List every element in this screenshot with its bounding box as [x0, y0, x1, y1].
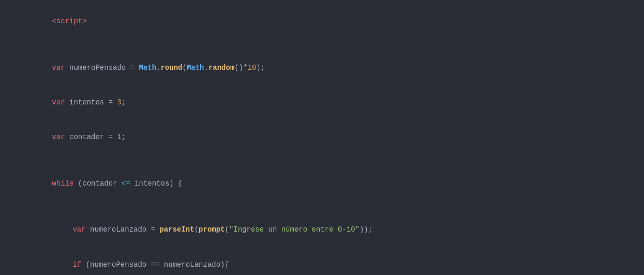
code-line — [0, 155, 644, 166]
code-line: var contador = 1; — [0, 120, 644, 155]
code-line — [0, 39, 644, 50]
code-line: <script> — [0, 4, 644, 39]
code-line: while (contador <= intentos) { — [0, 166, 644, 201]
code-editor: <script> var numeroPensado = Math.round(… — [0, 0, 644, 275]
code-line: var numeroPensado = Math.round(Math.rand… — [0, 51, 644, 85]
code-line: if (numeroPensado == numeroLanzado){ — [0, 247, 644, 275]
code-line: var intentos = 3; — [0, 85, 644, 120]
code-line: var numeroLanzado = parseInt(prompt("Ing… — [0, 212, 644, 247]
code-line — [0, 201, 644, 212]
